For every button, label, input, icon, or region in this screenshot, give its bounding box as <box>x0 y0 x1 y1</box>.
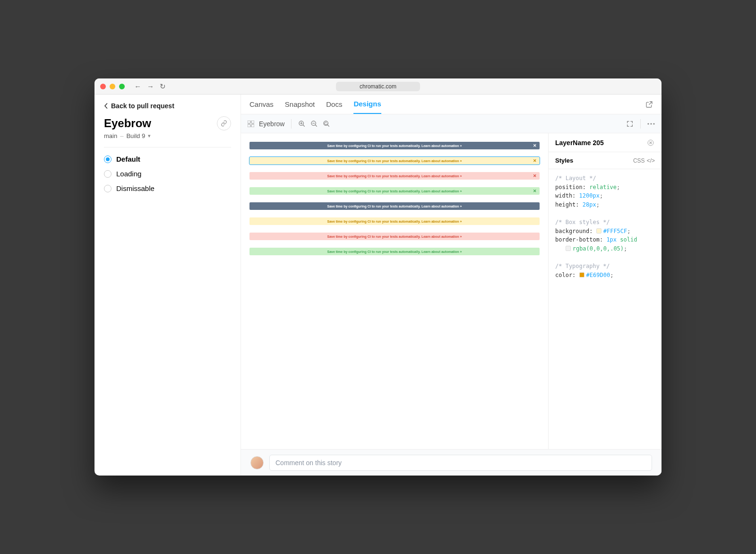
eyebrow-bar-gray[interactable]: Save time by configuring CI to run your … <box>249 142 540 149</box>
comment-footer <box>241 449 662 476</box>
svg-rect-3 <box>251 124 254 127</box>
eyebrow-bar-gray[interactable]: Save time by configuring CI to run your … <box>249 202 540 210</box>
inspector-section: Styles <box>555 157 573 164</box>
radio-icon <box>104 156 112 163</box>
toolbar-title: Eyebrow <box>259 120 284 128</box>
variant-list: DefaultLoadingDismissable <box>104 155 231 192</box>
tab-canvas[interactable]: Canvas <box>249 95 274 114</box>
nav-forward-icon[interactable]: → <box>147 83 154 90</box>
toolbar-divider <box>640 119 641 129</box>
eyebrow-bar-yellow[interactable]: Save time by configuring CI to run your … <box>249 157 540 164</box>
open-external-button[interactable] <box>645 101 653 108</box>
eyebrow-text: Save time by configuring CI to run your … <box>327 174 462 178</box>
breadcrumb: main – Build 9 ▾ <box>104 132 231 139</box>
css-format-toggle[interactable]: CSS </> <box>633 157 655 164</box>
eyebrow-bar-green[interactable]: Save time by configuring CI to run your … <box>249 248 540 255</box>
eyebrow-bar-yellow[interactable]: Save time by configuring CI to run your … <box>249 217 540 225</box>
variant-label: Default <box>116 155 140 163</box>
url-bar[interactable]: chromatic.com <box>336 82 420 91</box>
eyebrow-text: Save time by configuring CI to run your … <box>327 220 462 223</box>
variant-item[interactable]: Dismissable <box>104 184 231 192</box>
css-code: /* Layout */ position: relative; width: … <box>549 169 662 284</box>
breadcrumb-branch[interactable]: main <box>104 132 117 139</box>
browser-nav: ← → ↻ <box>134 83 166 90</box>
window-close-button[interactable] <box>100 84 106 89</box>
window-zoom-button[interactable] <box>119 84 125 89</box>
inspector-close-button[interactable] <box>646 138 655 147</box>
titlebar: ← → ↻ chromatic.com <box>94 78 662 95</box>
eyebrow-text: Save time by configuring CI to run your … <box>327 205 462 208</box>
css-format-label: CSS <box>633 157 645 164</box>
grid-icon <box>248 121 254 127</box>
design-canvas[interactable]: Save time by configuring CI to run your … <box>241 133 548 449</box>
eyebrow-bar-red[interactable]: Save time by configuring CI to run your … <box>249 172 540 180</box>
sidebar: Back to pull request Eyebrow main – Buil… <box>94 95 241 476</box>
eyebrow-text: Save time by configuring CI to run your … <box>327 159 462 163</box>
expand-button[interactable] <box>626 120 634 128</box>
svg-point-9 <box>653 123 654 124</box>
eyebrow-text: Save time by configuring CI to run your … <box>327 250 462 253</box>
variant-item[interactable]: Default <box>104 155 231 163</box>
tab-docs[interactable]: Docs <box>326 95 342 114</box>
zoom-in-icon <box>298 120 306 128</box>
external-link-icon <box>645 101 653 108</box>
variant-label: Loading <box>116 170 141 178</box>
inspector-panel: LayerName 205 Styles CSS </> /* Layout *… <box>548 133 662 449</box>
zoom-reset-button[interactable] <box>323 120 330 128</box>
zoom-reset-icon <box>323 120 330 128</box>
eyebrow-text: Save time by configuring CI to run your … <box>327 190 462 193</box>
canvas-toolbar: Eyebrow <box>241 114 662 133</box>
breadcrumb-build[interactable]: Build 9 <box>126 132 145 139</box>
chevron-down-icon[interactable]: ▾ <box>148 133 151 139</box>
dismiss-icon[interactable]: ✕ <box>533 189 537 193</box>
eyebrow-bar-green[interactable]: Save time by configuring CI to run your … <box>249 187 540 195</box>
dismiss-icon[interactable]: ✕ <box>533 144 537 148</box>
nav-reload-icon[interactable]: ↻ <box>160 83 166 90</box>
svg-point-7 <box>647 123 649 124</box>
close-circle-icon <box>647 139 654 146</box>
zoom-in-button[interactable] <box>298 120 306 128</box>
radio-icon <box>104 185 112 192</box>
breadcrumb-sep: – <box>120 132 123 139</box>
svg-point-8 <box>650 123 652 124</box>
tabs: CanvasSnapshotDocsDesigns <box>241 95 662 114</box>
main: CanvasSnapshotDocsDesigns Eyebrow <box>241 95 662 476</box>
toolbar-divider <box>291 119 292 129</box>
zoom-out-button[interactable] <box>310 120 318 128</box>
link-icon <box>221 120 227 127</box>
eyebrow-bar-red[interactable]: Save time by configuring CI to run your … <box>249 233 540 240</box>
back-link-label: Back to pull request <box>111 102 174 110</box>
expand-icon <box>626 120 634 128</box>
nav-back-icon[interactable]: ← <box>134 83 141 90</box>
user-avatar[interactable] <box>250 456 264 469</box>
tab-snapshot[interactable]: Snapshot <box>285 95 315 114</box>
svg-rect-1 <box>251 121 254 123</box>
eyebrow-text: Save time by configuring CI to run your … <box>327 144 462 147</box>
traffic-lights <box>100 84 125 89</box>
eyebrow-text: Save time by configuring CI to run your … <box>327 235 462 238</box>
dismiss-icon[interactable]: ✕ <box>533 159 537 163</box>
page-title: Eyebrow <box>104 117 151 130</box>
radio-icon <box>104 170 112 178</box>
divider <box>104 147 231 147</box>
ellipsis-icon <box>647 123 655 125</box>
comment-input[interactable] <box>269 455 652 471</box>
dismiss-icon[interactable]: ✕ <box>533 174 537 178</box>
svg-rect-0 <box>248 121 250 123</box>
tab-designs[interactable]: Designs <box>353 95 381 114</box>
variant-label: Dismissable <box>116 184 155 192</box>
copy-link-button[interactable] <box>217 116 231 130</box>
svg-rect-2 <box>248 124 250 127</box>
code-icon: </> <box>647 157 655 164</box>
chevron-left-icon <box>104 103 108 109</box>
back-link[interactable]: Back to pull request <box>104 102 231 110</box>
zoom-out-icon <box>310 120 318 128</box>
more-menu-button[interactable] <box>647 123 655 125</box>
variant-item[interactable]: Loading <box>104 170 231 178</box>
app-window: ← → ↻ chromatic.com Back to pull request… <box>94 78 662 476</box>
layer-name: LayerName 205 <box>555 139 604 147</box>
window-minimize-button[interactable] <box>110 84 115 89</box>
